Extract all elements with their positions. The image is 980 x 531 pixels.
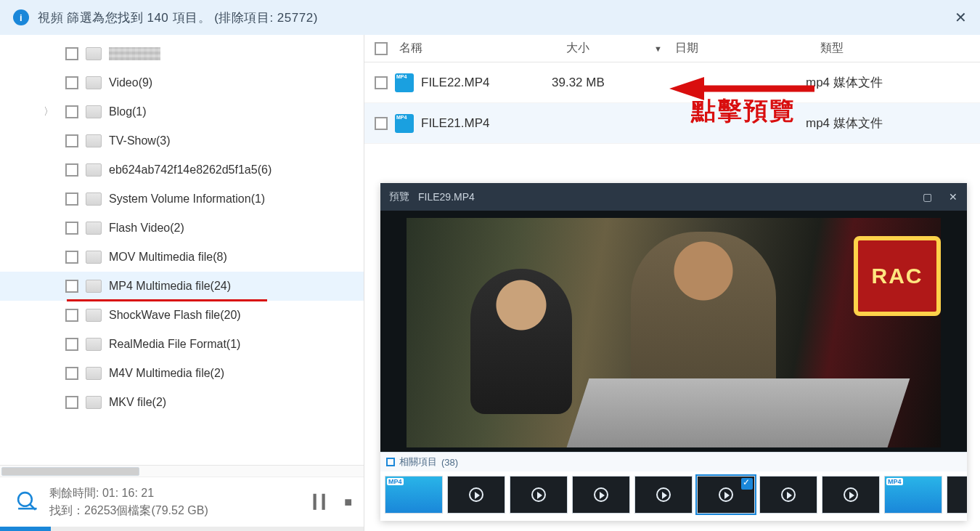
related-thumb[interactable]: MP4 bbox=[884, 476, 942, 514]
related-thumb[interactable] bbox=[947, 476, 967, 514]
related-thumb[interactable] bbox=[447, 476, 505, 514]
related-checkbox-icon[interactable] bbox=[386, 458, 395, 466]
tree-item[interactable]: eb624ab742f14e8262d5f1a5(6) bbox=[0, 155, 364, 185]
list-header: 名稱 大小▼ 日期 類型 bbox=[364, 35, 980, 62]
scrollbar-thumb[interactable] bbox=[1, 467, 139, 476]
svg-point-0 bbox=[18, 493, 32, 506]
tree-item-label: Video(9) bbox=[109, 76, 152, 89]
play-icon bbox=[844, 487, 858, 502]
folder-icon bbox=[86, 309, 102, 322]
banner-text: 視頻 篩選為您找到 140 項目。 (排除項目: 25772) bbox=[38, 9, 318, 26]
tree-checkbox[interactable] bbox=[65, 192, 78, 206]
thumb-format-badge: MP4 bbox=[387, 478, 404, 485]
stop-button[interactable]: ■ bbox=[344, 495, 352, 510]
file-size: 39.32 MB bbox=[552, 76, 661, 90]
folder-icon bbox=[86, 47, 102, 60]
tree-item[interactable]: RealMedia File Format(1) bbox=[0, 330, 364, 359]
video-frame: RAC bbox=[407, 218, 941, 447]
related-thumb[interactable] bbox=[510, 476, 568, 514]
related-thumb[interactable] bbox=[822, 476, 880, 514]
tree-checkbox[interactable] bbox=[65, 76, 78, 89]
neon-sign: RAC bbox=[854, 236, 941, 316]
tree-item[interactable]: MP4 Multimedia file(24) bbox=[0, 272, 364, 301]
tree-checkbox[interactable] bbox=[65, 134, 78, 147]
tree-item-label: eb624ab742f14e8262d5f1a5(6) bbox=[109, 163, 271, 177]
tree-checkbox[interactable] bbox=[65, 309, 78, 322]
tree-checkbox[interactable] bbox=[65, 338, 78, 351]
preview-file-name: FILE29.MP4 bbox=[418, 191, 475, 203]
preview-header: 預覽 FILE29.MP4 ▢ ✕ bbox=[380, 183, 967, 211]
info-icon: i bbox=[13, 9, 29, 25]
tree-checkbox[interactable] bbox=[65, 280, 78, 293]
folder-icon bbox=[86, 396, 102, 409]
found-label: 找到： bbox=[49, 504, 84, 516]
file-row[interactable]: FILE21.MP4mp4 媒体文件 bbox=[364, 103, 980, 144]
tree-item[interactable]: M4V Multimedia file(2) bbox=[0, 359, 364, 388]
tree-item[interactable] bbox=[0, 39, 364, 68]
tree-item[interactable]: MKV file(2) bbox=[0, 388, 364, 417]
row-checkbox[interactable] bbox=[375, 117, 388, 130]
folder-icon bbox=[86, 222, 102, 235]
tree-checkbox[interactable] bbox=[65, 222, 78, 235]
tree-item-label: MP4 Multimedia file(24) bbox=[109, 280, 231, 293]
preview-close-icon[interactable]: ✕ bbox=[948, 192, 958, 202]
tree-item[interactable]: Flash Video(2) bbox=[0, 214, 364, 243]
related-label: 相關項目 bbox=[399, 455, 437, 469]
tree-item[interactable]: ShockWave Flash file(20) bbox=[0, 301, 364, 330]
sort-caret-icon: ▼ bbox=[654, 44, 662, 53]
file-row[interactable]: FILE22.MP439.32 MBmp4 媒体文件 bbox=[364, 62, 980, 103]
tree-checkbox[interactable] bbox=[65, 47, 78, 60]
column-date[interactable]: 日期 bbox=[675, 41, 820, 56]
folder-icon bbox=[86, 192, 102, 206]
tree-item[interactable]: 〉Blog(1) bbox=[0, 97, 364, 126]
file-type: mp4 媒体文件 bbox=[806, 115, 980, 131]
tree-item-label: Flash Video(2) bbox=[109, 222, 184, 235]
folder-icon bbox=[86, 338, 102, 351]
tree-item[interactable]: System Volume Information(1) bbox=[0, 185, 364, 214]
column-size[interactable]: 大小▼ bbox=[566, 41, 675, 56]
tree-horizontal-scrollbar[interactable] bbox=[0, 465, 364, 477]
related-thumb[interactable] bbox=[697, 476, 755, 514]
related-thumb[interactable] bbox=[634, 476, 693, 514]
found-value: 26253個檔案(79.52 GB) bbox=[84, 504, 208, 516]
preview-maximize-icon[interactable]: ▢ bbox=[922, 192, 932, 202]
column-name[interactable]: 名稱 bbox=[399, 41, 566, 56]
pause-button[interactable]: ▎▎ bbox=[314, 494, 331, 510]
banner-close-icon[interactable]: ✕ bbox=[955, 9, 968, 26]
preview-body[interactable]: RAC bbox=[380, 211, 967, 452]
remaining-time-label: 剩餘時間: bbox=[49, 487, 99, 499]
tree-item-label: System Volume Information(1) bbox=[109, 192, 265, 206]
related-thumb[interactable] bbox=[759, 476, 817, 514]
remaining-time-value: 01: 16: 21 bbox=[102, 487, 154, 499]
tree-checkbox[interactable] bbox=[65, 105, 78, 118]
folder-tree[interactable]: Video(9)〉Blog(1)TV-Show(3)eb624ab742f14e… bbox=[0, 35, 364, 465]
tree-checkbox[interactable] bbox=[65, 251, 78, 264]
tree-item-label: Blog(1) bbox=[109, 105, 147, 118]
scan-progress-fill bbox=[0, 527, 51, 531]
tree-item[interactable]: TV-Show(3) bbox=[0, 126, 364, 155]
tree-item-label: ShockWave Flash file(20) bbox=[109, 309, 241, 322]
folder-icon bbox=[86, 280, 102, 293]
tree-item-label: MKV file(2) bbox=[109, 396, 166, 409]
play-icon bbox=[719, 487, 733, 502]
related-thumb[interactable]: MP4 bbox=[385, 476, 443, 514]
file-name: FILE22.MP4 bbox=[421, 76, 490, 90]
tree-checkbox[interactable] bbox=[65, 367, 78, 380]
tree-item[interactable]: Video(9) bbox=[0, 68, 364, 97]
chevron-right-icon[interactable]: 〉 bbox=[44, 105, 54, 118]
folder-tree-pane: Video(9)〉Blog(1)TV-Show(3)eb624ab742f14e… bbox=[0, 35, 364, 531]
folder-icon bbox=[86, 105, 102, 118]
row-checkbox[interactable] bbox=[375, 76, 388, 89]
tree-checkbox[interactable] bbox=[65, 396, 78, 409]
tree-checkbox[interactable] bbox=[65, 163, 78, 177]
tree-item[interactable]: MOV Multimedia file(8) bbox=[0, 243, 364, 272]
folder-icon bbox=[86, 251, 102, 264]
scan-status: 剩餘時間: 01: 16: 21 找到：26253個檔案(79.52 GB) ▎… bbox=[0, 477, 364, 527]
tree-item-label: MOV Multimedia file(8) bbox=[109, 251, 227, 264]
play-icon bbox=[469, 487, 483, 502]
folder-icon bbox=[86, 76, 102, 89]
thumb-checked-icon bbox=[741, 478, 753, 490]
select-all-checkbox[interactable] bbox=[375, 42, 388, 55]
related-thumb[interactable] bbox=[572, 476, 630, 514]
column-type[interactable]: 類型 bbox=[820, 41, 980, 56]
